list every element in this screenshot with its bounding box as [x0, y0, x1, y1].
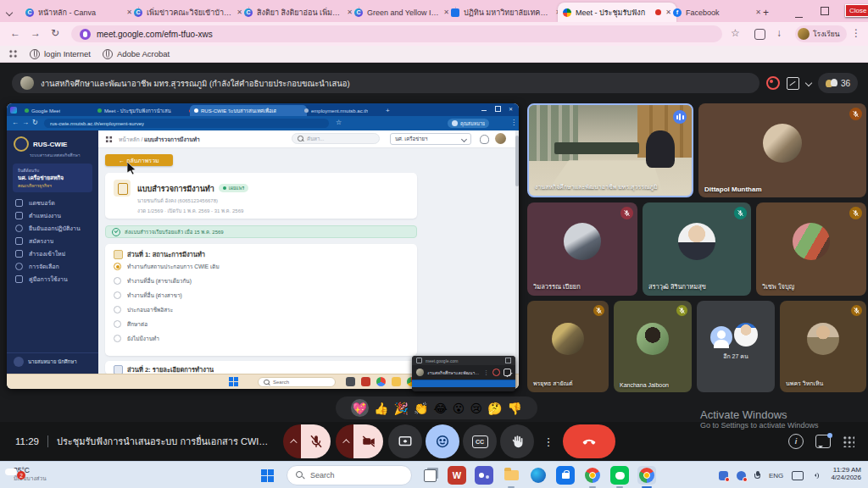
sidebar-item-manual[interactable]: คู่มือการใช้งาน: [7, 273, 98, 286]
inner-tab-active[interactable]: RUS-CWIE ระบบสารสนเทศเพื่อเต: [190, 105, 307, 116]
window-minimize-button[interactable]: [481, 106, 487, 112]
reactions-button[interactable]: [426, 424, 459, 458]
new-tab-button[interactable]: +: [758, 3, 782, 22]
chrome-icon[interactable]: [376, 377, 386, 386]
participant-tile-camera[interactable]: งานสหกิจศึกษาและพัฒนาอาชีพ มทร.สุวรรณภูม…: [527, 103, 693, 197]
browser-tab[interactable]: C เพิ่มข่าวคณะวิจัยเข้าบ้านพ.(ไ ✕: [129, 3, 248, 22]
annotation-icon[interactable]: [504, 369, 511, 376]
camera-toggle-button[interactable]: [353, 424, 383, 458]
start-button-icon[interactable]: [229, 377, 238, 386]
sidebar-item-selection[interactable]: การจัดเลือก: [7, 260, 98, 273]
info-icon[interactable]: i: [788, 434, 804, 449]
taskbar-search[interactable]: Search: [287, 465, 412, 485]
participant-tile[interactable]: วิเชพ ใจบุญ: [756, 202, 866, 296]
store-button[interactable]: [556, 466, 575, 485]
file-explorer-button[interactable]: [502, 466, 520, 485]
menu-grid-icon[interactable]: [105, 136, 113, 143]
browser-tab[interactable]: C Green and Yellow Illust ✕: [349, 3, 454, 22]
wps-icon[interactable]: [361, 377, 370, 386]
tray-meet-icon[interactable]: [737, 471, 746, 480]
option-row[interactable]: ประกอบอาชีพอิสระ: [114, 302, 409, 317]
browser-tab[interactable]: C หน้าหลัก - Canva ✕: [20, 3, 137, 22]
leave-call-button[interactable]: [563, 424, 615, 458]
reload-icon[interactable]: ↻: [51, 27, 59, 39]
browser-menu-icon[interactable]: ⋮: [851, 27, 861, 39]
option-row[interactable]: ทำงานกับสถานประกอบการ CWIE เดิม: [114, 259, 409, 274]
radio-icon[interactable]: [114, 277, 121, 285]
captions-button[interactable]: CC: [463, 424, 497, 458]
option-row[interactable]: ทำงานที่อื่น (สาขาเดียวกัน): [114, 274, 409, 288]
network-filter-select[interactable]: นศ. เครือข่ายฯ: [390, 133, 471, 145]
bell-icon[interactable]: [480, 135, 489, 144]
tab-groups-icon[interactable]: [754, 29, 765, 40]
forward-icon[interactable]: →: [22, 119, 29, 126]
participant-tile[interactable]: สราวุฒิ สิรินกาหมสุข: [643, 202, 751, 296]
reaction-clap[interactable]: 👏: [414, 402, 428, 415]
tray-display-icon[interactable]: [792, 471, 804, 480]
reaction-thumbs-up[interactable]: 👍: [374, 402, 388, 415]
bookmark-star-icon[interactable]: ☆: [336, 119, 342, 126]
reaction-laugh[interactable]: 😂: [433, 402, 447, 415]
window-maximize-button[interactable]: [495, 106, 501, 113]
chevron-down-icon[interactable]: [805, 80, 812, 86]
reaction-think[interactable]: 🤔: [487, 402, 502, 415]
window-minimize-button[interactable]: [795, 10, 803, 19]
window-maximize-button[interactable]: [505, 358, 511, 363]
present-screen-button[interactable]: [388, 424, 422, 458]
radio-icon[interactable]: [114, 291, 121, 299]
sidebar-item-jobs[interactable]: ตำแหน่งงาน: [7, 209, 98, 222]
more-options-button[interactable]: ⋮: [537, 424, 559, 458]
browser-tab[interactable]: f Facebook ✕: [668, 3, 766, 22]
address-bar[interactable]: meet.google.com/efm-tfuo-xws: [71, 25, 722, 42]
reload-icon[interactable]: ↻: [32, 119, 38, 126]
mic-options-button[interactable]: [283, 424, 301, 458]
participant-tile[interactable]: วิมลวรรณ เปียยก: [527, 202, 637, 296]
reaction-heart[interactable]: 💖: [351, 399, 369, 417]
download-icon[interactable]: ↓: [776, 27, 782, 39]
radio-icon[interactable]: [114, 335, 121, 342]
avatar[interactable]: [495, 133, 506, 144]
sidebar-item-reserve[interactable]: สำรองเข้าใหม่: [7, 247, 98, 260]
mic-toggle-button[interactable]: [301, 424, 331, 458]
bookmark-star-icon[interactable]: ☆: [731, 27, 740, 39]
wps-button[interactable]: W: [448, 466, 466, 485]
task-view-icon[interactable]: [346, 377, 355, 386]
file-explorer-icon[interactable]: [392, 377, 401, 386]
tray-speaker-icon[interactable]: [812, 472, 820, 480]
new-tab-button[interactable]: +: [381, 105, 398, 116]
forward-icon[interactable]: →: [31, 27, 41, 39]
back-overview-button[interactable]: ← กลับภาพรวม: [105, 154, 173, 166]
participant-tile[interactable]: Kanchana Jaiboon: [614, 301, 692, 392]
option-row[interactable]: ยังไม่มีงานทำ: [114, 331, 409, 346]
taskbar-clock[interactable]: 11:29 AM 4/24/2026: [821, 466, 861, 481]
overflow-tile[interactable]: อีก 27 คน: [697, 301, 775, 392]
chrome-profile-button[interactable]: [637, 466, 656, 485]
bookmark-item[interactable]: login Internet: [30, 49, 91, 59]
inner-tab[interactable]: employment.rmutsb.ac.th: [300, 105, 387, 116]
chat-icon[interactable]: [815, 435, 831, 448]
tray-mic-icon[interactable]: [754, 471, 760, 480]
reaction-party[interactable]: 🎉: [394, 402, 409, 415]
sidebar-item-dashboard[interactable]: แดชบอร์ด: [7, 197, 98, 209]
breadcrumb-home[interactable]: หน้าหลัก: [119, 136, 140, 142]
language-indicator[interactable]: ENG: [769, 472, 783, 480]
apps-grid-icon[interactable]: [8, 49, 18, 58]
app-search-input[interactable]: ค้นหา...: [292, 133, 380, 144]
screen-share-window[interactable]: Google Meet Meet - ประชุมรับฟังการนำเสน …: [7, 103, 519, 389]
site-info-icon[interactable]: [80, 29, 91, 40]
participant-tile[interactable]: Dittapol Muntham: [698, 103, 866, 197]
edge-button[interactable]: [529, 466, 548, 485]
weather-widget[interactable]: 2 35°C มีเมฆบางส่วน: [7, 466, 47, 483]
camera-options-button[interactable]: [336, 424, 353, 458]
radio-selected-icon[interactable]: [114, 263, 121, 270]
browser-tab[interactable]: ปฏิทิน มหาวิทยาลัยเทคโนโ ✕: [446, 3, 566, 22]
participant-count-chip[interactable]: 36: [818, 73, 858, 93]
back-icon[interactable]: ←: [12, 119, 19, 126]
raise-hand-button[interactable]: [500, 424, 534, 458]
meet-pip-window[interactable]: meet.google.com งานสหกิจศึกษาและพัฒนาอาช…: [412, 356, 515, 391]
scrollbar[interactable]: [515, 130, 519, 374]
sidebar-user-footer[interactable]: นายสมหมาย นักศึกษา: [7, 352, 98, 370]
option-row[interactable]: ทำงานที่อื่น (ต่างสาขา): [114, 288, 409, 302]
inner-tab[interactable]: Google Meet: [20, 105, 100, 116]
inner-tab[interactable]: Meet - ประชุมรับฟังการนำเสน: [93, 105, 197, 116]
